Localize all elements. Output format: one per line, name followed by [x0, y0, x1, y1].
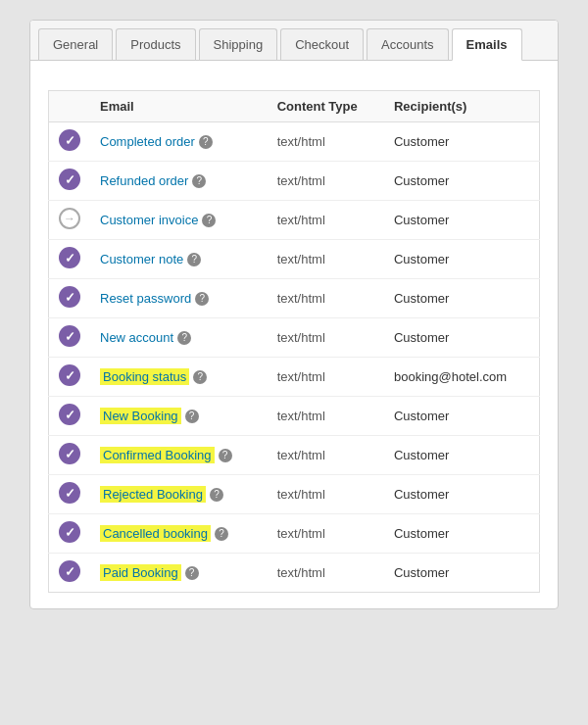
email-name-link[interactable]: New Booking	[100, 408, 181, 424]
table-row[interactable]: Cancelled booking?text/htmlCustomer	[49, 514, 540, 554]
row-icon	[49, 436, 91, 475]
email-name-link[interactable]: Confirmed Booking	[100, 447, 215, 463]
row-icon	[49, 279, 91, 318]
email-name-link[interactable]: Reset password	[100, 291, 191, 306]
help-icon[interactable]: ?	[185, 566, 199, 580]
recipient-cell: Customer	[384, 475, 540, 514]
content-type-cell: text/html	[268, 397, 384, 436]
recipient-cell: Customer	[384, 554, 540, 593]
content-type-cell: text/html	[268, 475, 384, 514]
help-icon[interactable]: ?	[192, 174, 206, 188]
content-type-cell: text/html	[268, 162, 384, 201]
recipient-cell: booking@hotel.com	[384, 358, 540, 397]
email-link-cell[interactable]: Completed order?	[90, 122, 268, 162]
email-link-cell[interactable]: New account?	[90, 318, 268, 358]
table-row[interactable]: Rejected Booking?text/htmlCustomer	[49, 475, 540, 514]
table-row[interactable]: Booking status?text/htmlbooking@hotel.co…	[49, 358, 540, 397]
check-icon	[59, 521, 80, 543]
email-name-link[interactable]: Paid Booking	[100, 564, 181, 581]
content-type-cell: text/html	[268, 122, 384, 162]
check-icon	[59, 364, 80, 386]
content-type-cell: text/html	[268, 514, 384, 554]
email-link-cell[interactable]: Reset password?	[90, 279, 268, 318]
check-icon	[59, 482, 80, 504]
email-link-cell[interactable]: Paid Booking?	[90, 554, 268, 593]
row-icon	[49, 318, 91, 358]
email-link-cell[interactable]: Rejected Booking?	[90, 475, 268, 514]
row-icon	[49, 397, 91, 436]
help-icon[interactable]: ?	[219, 449, 232, 462]
settings-panel: GeneralProductsShippingCheckoutAccountsE…	[29, 20, 559, 609]
help-icon[interactable]: ?	[185, 410, 199, 423]
table-row[interactable]: Paid Booking?text/htmlCustomer	[49, 554, 540, 593]
content-type-cell: text/html	[268, 436, 384, 475]
table-row[interactable]: Customer invoice?text/htmlCustomer	[49, 201, 540, 240]
table-row[interactable]: Completed order?text/htmlCustomer	[49, 122, 540, 162]
content-type-cell: text/html	[268, 240, 384, 279]
email-link-cell[interactable]: Refunded order?	[90, 162, 268, 201]
recipient-cell: Customer	[384, 122, 540, 162]
recipient-cell: Customer	[384, 397, 540, 436]
check-icon	[59, 404, 80, 425]
email-link-cell[interactable]: Cancelled booking?	[90, 514, 268, 554]
help-icon[interactable]: ?	[187, 253, 201, 266]
email-name-link[interactable]: Rejected Booking	[100, 486, 206, 503]
table-row[interactable]: New Booking?text/htmlCustomer	[49, 397, 540, 436]
recipient-cell: Customer	[384, 318, 540, 358]
recipient-cell: Customer	[384, 201, 540, 240]
email-name-link[interactable]: New account	[100, 330, 173, 345]
check-icon	[59, 129, 80, 151]
tab-general[interactable]: General	[38, 28, 113, 60]
help-icon[interactable]: ?	[199, 135, 213, 149]
col-header-recipients: Recipient(s)	[384, 91, 540, 122]
row-icon	[49, 514, 91, 554]
row-icon	[49, 554, 91, 593]
recipient-cell: Customer	[384, 436, 540, 475]
table-row[interactable]: Confirmed Booking?text/htmlCustomer	[49, 436, 540, 475]
help-icon[interactable]: ?	[177, 331, 191, 345]
check-icon	[59, 169, 80, 190]
email-link-cell[interactable]: Booking status?	[90, 358, 268, 397]
recipient-cell: Customer	[384, 240, 540, 279]
content-type-cell: text/html	[268, 201, 384, 240]
email-link-cell[interactable]: Confirmed Booking?	[90, 436, 268, 475]
col-header-email: Email	[90, 91, 268, 122]
email-link-cell[interactable]: New Booking?	[90, 397, 268, 436]
email-link-cell[interactable]: Customer note?	[90, 240, 268, 279]
email-name-link[interactable]: Refunded order	[100, 173, 188, 188]
tab-emails[interactable]: Emails	[452, 28, 522, 61]
email-name-link[interactable]: Booking status	[100, 368, 189, 385]
content-type-cell: text/html	[268, 554, 384, 593]
email-name-link[interactable]: Completed order	[100, 134, 195, 149]
email-name-link[interactable]: Customer note	[100, 252, 183, 266]
table-row[interactable]: Reset password?text/htmlCustomer	[49, 279, 540, 318]
check-icon	[59, 560, 80, 582]
email-table: EmailContent TypeRecipient(s) Completed …	[48, 90, 540, 593]
check-icon	[59, 247, 80, 268]
tab-checkout[interactable]: Checkout	[280, 28, 364, 60]
help-icon[interactable]: ?	[193, 370, 207, 384]
tab-shipping[interactable]: Shipping	[199, 28, 278, 60]
check-icon	[59, 286, 80, 308]
email-name-link[interactable]: Customer invoice	[100, 213, 198, 227]
tab-products[interactable]: Products	[116, 28, 195, 60]
table-row[interactable]: Refunded order?text/htmlCustomer	[49, 162, 540, 201]
help-icon[interactable]: ?	[215, 527, 228, 541]
content-type-cell: text/html	[268, 318, 384, 358]
row-icon	[49, 122, 91, 162]
table-row[interactable]: New account?text/htmlCustomer	[49, 318, 540, 358]
recipient-cell: Customer	[384, 279, 540, 318]
col-header-content-type: Content Type	[268, 91, 384, 122]
help-icon[interactable]: ?	[210, 488, 223, 502]
table-row[interactable]: Customer note?text/htmlCustomer	[49, 240, 540, 279]
email-link-cell[interactable]: Customer invoice?	[90, 201, 268, 240]
help-icon[interactable]: ?	[202, 214, 216, 227]
email-name-link[interactable]: Cancelled booking	[100, 525, 211, 542]
help-icon[interactable]: ?	[195, 292, 209, 306]
tab-accounts[interactable]: Accounts	[367, 28, 448, 60]
row-icon	[49, 162, 91, 201]
row-icon	[49, 475, 91, 514]
content-type-cell: text/html	[268, 279, 384, 318]
check-icon	[59, 443, 80, 464]
row-icon	[49, 240, 91, 279]
